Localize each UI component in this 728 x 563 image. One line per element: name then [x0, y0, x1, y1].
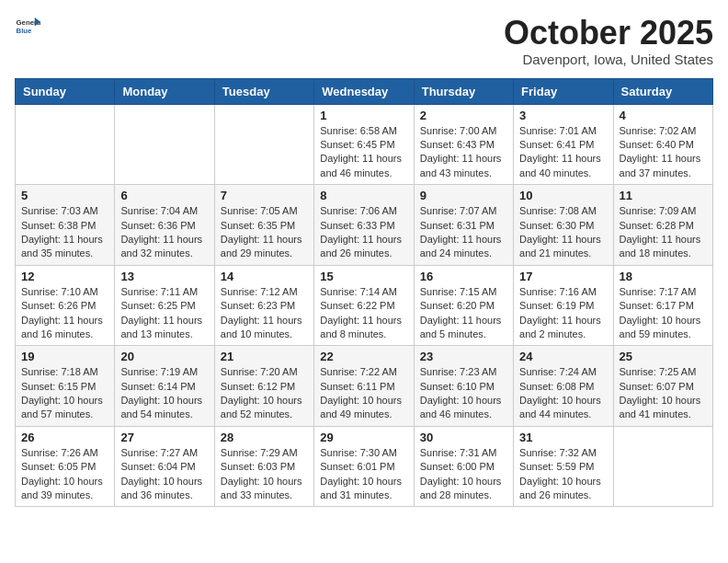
day-content-line: Sunrise: 7:22 AM [320, 365, 407, 379]
calendar-cell: 23Sunrise: 7:23 AMSunset: 6:10 PMDayligh… [414, 346, 513, 427]
day-content-line: Sunset: 6:23 PM [221, 299, 308, 313]
day-content: Sunrise: 7:14 AMSunset: 6:22 PMDaylight:… [320, 285, 407, 342]
day-content-line: Daylight: 11 hours and 21 minutes. [519, 233, 607, 261]
calendar-cell: 26Sunrise: 7:26 AMSunset: 6:05 PMDayligh… [16, 426, 115, 507]
day-number: 20 [120, 350, 208, 363]
day-content-line: Sunrise: 7:15 AM [420, 285, 507, 299]
calendar-cell: 4Sunrise: 7:02 AMSunset: 6:40 PMDaylight… [613, 104, 712, 185]
day-content-line: Daylight: 11 hours and 40 minutes. [519, 152, 607, 180]
day-content-line: Sunset: 6:07 PM [620, 380, 707, 394]
day-content-line: Sunset: 6:19 PM [519, 299, 607, 313]
day-content-line: Sunrise: 7:19 AM [120, 365, 208, 379]
calendar-cell: 19Sunrise: 7:18 AMSunset: 6:15 PMDayligh… [16, 346, 115, 427]
day-content: Sunrise: 7:16 AMSunset: 6:19 PMDaylight:… [519, 285, 607, 342]
calendar-cell [16, 104, 115, 185]
logo: General Blue [15, 15, 40, 40]
day-content: Sunrise: 7:02 AMSunset: 6:40 PMDaylight:… [620, 124, 707, 181]
calendar-cell: 22Sunrise: 7:22 AMSunset: 6:11 PMDayligh… [314, 346, 414, 427]
title-block: October 2025 Davenport, Iowa, United Sta… [504, 15, 713, 67]
day-content: Sunrise: 7:22 AMSunset: 6:11 PMDaylight:… [320, 365, 407, 422]
day-content: Sunrise: 7:07 AMSunset: 6:31 PMDaylight:… [420, 204, 507, 261]
day-content: Sunrise: 7:03 AMSunset: 6:38 PMDaylight:… [21, 204, 108, 261]
calendar-table: SundayMondayTuesdayWednesdayThursdayFrid… [15, 78, 713, 508]
calendar-cell: 16Sunrise: 7:15 AMSunset: 6:20 PMDayligh… [414, 265, 513, 346]
day-content: Sunrise: 7:06 AMSunset: 6:33 PMDaylight:… [320, 204, 407, 261]
day-content-line: Sunrise: 7:16 AM [519, 285, 607, 299]
day-content-line: Sunset: 6:20 PM [420, 299, 507, 313]
day-content: Sunrise: 7:32 AMSunset: 5:59 PMDaylight:… [519, 446, 607, 503]
day-number: 15 [320, 270, 407, 283]
day-content: Sunrise: 7:08 AMSunset: 6:30 PMDaylight:… [519, 204, 607, 261]
day-number: 1 [320, 109, 407, 122]
day-content-line: Daylight: 10 hours and 41 minutes. [620, 394, 707, 422]
day-content: Sunrise: 7:09 AMSunset: 6:28 PMDaylight:… [620, 204, 707, 261]
weekday-header: Saturday [613, 78, 712, 104]
calendar-cell: 29Sunrise: 7:30 AMSunset: 6:01 PMDayligh… [314, 426, 414, 507]
calendar-cell: 12Sunrise: 7:10 AMSunset: 6:26 PMDayligh… [16, 265, 115, 346]
calendar-week-row: 5Sunrise: 7:03 AMSunset: 6:38 PMDaylight… [16, 185, 713, 266]
day-content: Sunrise: 7:29 AMSunset: 6:03 PMDaylight:… [221, 446, 308, 503]
day-content-line: Sunrise: 7:31 AM [420, 446, 507, 460]
day-number: 16 [420, 270, 507, 283]
day-content-line: Sunrise: 7:07 AM [420, 204, 507, 218]
weekday-header: Thursday [414, 78, 513, 104]
day-content-line: Sunrise: 7:20 AM [221, 365, 308, 379]
weekday-header: Friday [514, 78, 613, 104]
day-content-line: Sunrise: 7:27 AM [120, 446, 208, 460]
month-title: October 2025 [504, 15, 713, 52]
day-content-line: Daylight: 11 hours and 26 minutes. [320, 233, 407, 261]
calendar-cell: 27Sunrise: 7:27 AMSunset: 6:04 PMDayligh… [115, 426, 214, 507]
day-number: 30 [420, 431, 507, 444]
calendar-cell: 3Sunrise: 7:01 AMSunset: 6:41 PMDaylight… [514, 104, 613, 185]
day-content-line: Daylight: 11 hours and 35 minutes. [21, 233, 108, 261]
day-content-line: Sunset: 6:33 PM [320, 219, 407, 233]
day-content-line: Sunset: 6:15 PM [21, 380, 108, 394]
day-content-line: Sunrise: 7:05 AM [221, 204, 308, 218]
day-number: 3 [519, 109, 607, 122]
weekday-header: Monday [115, 78, 214, 104]
day-number: 6 [120, 189, 208, 202]
day-number: 23 [420, 350, 507, 363]
day-content-line: Sunrise: 7:01 AM [519, 124, 607, 138]
day-content-line: Daylight: 10 hours and 31 minutes. [320, 475, 407, 503]
day-content-line: Sunrise: 7:18 AM [21, 365, 108, 379]
calendar-cell: 2Sunrise: 7:00 AMSunset: 6:43 PMDaylight… [414, 104, 513, 185]
day-content: Sunrise: 7:30 AMSunset: 6:01 PMDaylight:… [320, 446, 407, 503]
calendar-cell: 7Sunrise: 7:05 AMSunset: 6:35 PMDaylight… [214, 185, 313, 266]
day-content-line: Daylight: 11 hours and 16 minutes. [21, 314, 108, 342]
calendar-cell: 14Sunrise: 7:12 AMSunset: 6:23 PMDayligh… [214, 265, 313, 346]
day-content-line: Sunrise: 7:23 AM [420, 365, 507, 379]
calendar-cell: 21Sunrise: 7:20 AMSunset: 6:12 PMDayligh… [214, 346, 313, 427]
day-content-line: Daylight: 10 hours and 44 minutes. [519, 394, 607, 422]
day-content-line: Daylight: 10 hours and 49 minutes. [320, 394, 407, 422]
day-content-line: Sunrise: 7:24 AM [519, 365, 607, 379]
calendar-cell: 8Sunrise: 7:06 AMSunset: 6:33 PMDaylight… [314, 185, 414, 266]
day-number: 17 [519, 270, 607, 283]
day-content-line: Daylight: 11 hours and 13 minutes. [120, 314, 208, 342]
day-content: Sunrise: 7:19 AMSunset: 6:14 PMDaylight:… [120, 365, 208, 422]
calendar-cell: 15Sunrise: 7:14 AMSunset: 6:22 PMDayligh… [314, 265, 414, 346]
day-content: Sunrise: 7:04 AMSunset: 6:36 PMDaylight:… [120, 204, 208, 261]
day-content-line: Daylight: 10 hours and 28 minutes. [420, 475, 507, 503]
day-content: Sunrise: 7:12 AMSunset: 6:23 PMDaylight:… [221, 285, 308, 342]
day-content-line: Daylight: 10 hours and 39 minutes. [21, 475, 108, 503]
day-content: Sunrise: 7:11 AMSunset: 6:25 PMDaylight:… [120, 285, 208, 342]
day-content-line: Sunrise: 7:17 AM [620, 285, 707, 299]
calendar-cell: 13Sunrise: 7:11 AMSunset: 6:25 PMDayligh… [115, 265, 214, 346]
day-content: Sunrise: 7:20 AMSunset: 6:12 PMDaylight:… [221, 365, 308, 422]
day-content-line: Daylight: 11 hours and 24 minutes. [420, 233, 507, 261]
location: Davenport, Iowa, United States [504, 52, 713, 67]
day-number: 4 [620, 109, 707, 122]
calendar-cell: 11Sunrise: 7:09 AMSunset: 6:28 PMDayligh… [613, 185, 712, 266]
day-number: 25 [620, 350, 707, 363]
day-content-line: Sunset: 6:41 PM [519, 138, 607, 152]
day-content-line: Sunset: 6:12 PM [221, 380, 308, 394]
day-content-line: Sunrise: 6:58 AM [320, 124, 407, 138]
calendar-week-row: 19Sunrise: 7:18 AMSunset: 6:15 PMDayligh… [16, 346, 713, 427]
day-content-line: Daylight: 11 hours and 43 minutes. [420, 152, 507, 180]
day-content-line: Sunset: 6:25 PM [120, 299, 208, 313]
day-content-line: Sunrise: 7:00 AM [420, 124, 507, 138]
calendar-cell: 30Sunrise: 7:31 AMSunset: 6:00 PMDayligh… [414, 426, 513, 507]
calendar-week-row: 1Sunrise: 6:58 AMSunset: 6:45 PMDaylight… [16, 104, 713, 185]
calendar-cell: 31Sunrise: 7:32 AMSunset: 5:59 PMDayligh… [514, 426, 613, 507]
